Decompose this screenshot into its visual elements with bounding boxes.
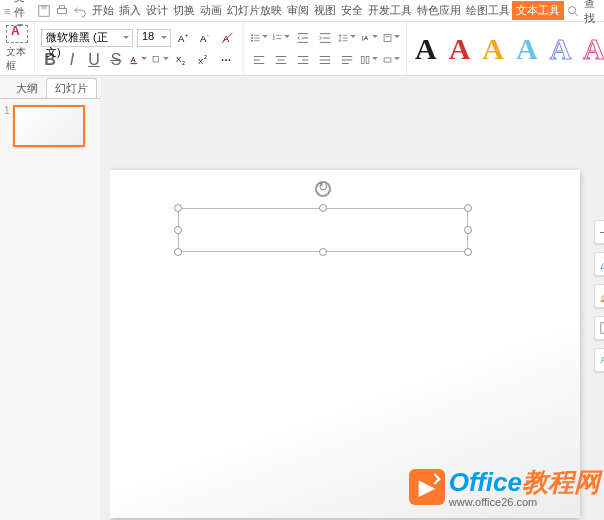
superscript-button[interactable]: X2 — [195, 51, 213, 69]
tab-drawingtools[interactable]: 绘图工具 — [463, 1, 512, 20]
save-icon[interactable] — [37, 3, 51, 19]
ribbon: 文本框 微软雅黑 (正文) 18 A+ A- A B I U S A X2 X2… — [0, 22, 604, 76]
svg-rect-13 — [130, 62, 137, 63]
tab-slides[interactable]: 幻灯片 — [46, 78, 97, 98]
distribute-button[interactable] — [338, 51, 356, 69]
search-icon[interactable] — [566, 3, 580, 19]
increase-font-icon[interactable]: A+ — [175, 29, 193, 47]
pen-tool-button[interactable] — [594, 252, 604, 276]
svg-text:-: - — [207, 32, 209, 38]
watermark-url: www.office26.com — [449, 496, 600, 508]
align-center-button[interactable] — [272, 51, 290, 69]
editor-canvas[interactable]: — A≡ — [110, 98, 604, 520]
resize-handle-br[interactable] — [464, 248, 472, 256]
print-icon[interactable] — [55, 3, 69, 19]
svg-rect-3 — [60, 5, 65, 8]
resize-handle-tl[interactable] — [174, 204, 182, 212]
wordart-style-1[interactable]: A — [415, 32, 437, 66]
watermark-brand-2: 教程网 — [522, 467, 600, 497]
columns-button[interactable] — [360, 51, 378, 69]
resize-handle-l[interactable] — [174, 226, 182, 234]
wordart-style-3[interactable]: A — [482, 32, 504, 66]
font-size-combo[interactable]: 18 — [137, 29, 171, 47]
tab-security[interactable]: 安全 — [338, 1, 365, 20]
watermark-brand-1: Office — [449, 467, 522, 497]
decrease-font-icon[interactable]: A- — [197, 29, 215, 47]
wordart-gallery: A A A A A A — [407, 22, 604, 75]
indent-dec-button[interactable] — [294, 29, 312, 47]
svg-point-22 — [251, 34, 252, 35]
tab-transition[interactable]: 切换 — [170, 1, 197, 20]
tab-animation[interactable]: 动画 — [197, 1, 224, 20]
insert-textbox-button[interactable]: 文本框 — [6, 25, 28, 73]
svg-text:X: X — [198, 57, 204, 66]
svg-rect-59 — [361, 56, 364, 63]
resize-handle-r[interactable] — [464, 226, 472, 234]
floating-toolbar: — A≡ — [594, 220, 604, 372]
slide-thumbnail[interactable] — [13, 105, 85, 147]
selected-textbox[interactable] — [178, 208, 468, 252]
slides-panel: 大纲 幻灯片 1 — [0, 78, 100, 520]
resize-handle-tr[interactable] — [464, 204, 472, 212]
rotation-handle[interactable] — [315, 181, 331, 197]
tab-outline[interactable]: 大纲 — [8, 79, 46, 98]
collapse-button[interactable]: — — [594, 220, 604, 244]
wordart-style-4[interactable]: A — [516, 32, 538, 66]
svg-text:X: X — [176, 54, 182, 63]
align-left-button[interactable] — [250, 51, 268, 69]
text-style-button[interactable]: A≡ — [594, 348, 604, 372]
svg-text:A: A — [200, 32, 207, 43]
indent-inc-button[interactable] — [316, 29, 334, 47]
resize-handle-bl[interactable] — [174, 248, 182, 256]
subscript-button[interactable]: X2 — [173, 51, 191, 69]
align-right-button[interactable] — [294, 51, 312, 69]
frame-tool-button[interactable] — [594, 316, 604, 340]
resize-handle-b[interactable] — [319, 248, 327, 256]
svg-text:A: A — [178, 32, 185, 43]
italic-button[interactable]: I — [63, 51, 81, 69]
svg-point-4 — [569, 6, 576, 13]
numbering-button[interactable]: 12 — [272, 29, 290, 47]
tab-review[interactable]: 审阅 — [284, 1, 311, 20]
wordart-style-6[interactable]: A — [583, 32, 604, 66]
more-para-icon[interactable] — [382, 51, 400, 69]
highlight-button[interactable] — [151, 51, 169, 69]
svg-point-26 — [251, 40, 252, 41]
slide-number: 1 — [4, 105, 10, 116]
line-spacing-button[interactable] — [338, 29, 356, 47]
tab-slideshow[interactable]: 幻灯片放映 — [224, 1, 284, 20]
more-font-icon[interactable] — [217, 51, 235, 69]
svg-point-20 — [225, 59, 227, 61]
tab-insert[interactable]: 插入 — [116, 1, 143, 20]
tab-design[interactable]: 设计 — [143, 1, 170, 20]
svg-text:2: 2 — [204, 54, 207, 60]
svg-point-21 — [229, 59, 231, 61]
underline-button[interactable]: U — [85, 51, 103, 69]
clear-format-icon[interactable]: A — [219, 29, 237, 47]
svg-rect-2 — [58, 8, 67, 13]
bullets-button[interactable] — [250, 29, 268, 47]
tab-view[interactable]: 视图 — [311, 1, 338, 20]
resize-handle-t[interactable] — [319, 204, 327, 212]
font-color-button[interactable]: A — [129, 51, 147, 69]
align-text-button[interactable] — [382, 29, 400, 47]
svg-line-5 — [575, 12, 579, 16]
tab-home[interactable]: 开始 — [89, 1, 116, 20]
tab-developer[interactable]: 开发工具 — [365, 1, 414, 20]
align-justify-button[interactable] — [316, 51, 334, 69]
textbox-caption: 文本框 — [6, 45, 28, 73]
strike-button[interactable]: S — [107, 51, 125, 69]
font-name-combo[interactable]: 微软雅黑 (正文) — [41, 29, 133, 47]
textbox-group: 文本框 — [0, 22, 35, 75]
tab-special[interactable]: 特色应用 — [414, 1, 463, 20]
tab-texttools[interactable]: 文本工具 — [512, 1, 564, 20]
slide-thumb-1[interactable]: 1 — [4, 105, 96, 147]
paragraph-group: 12 |A — [244, 22, 407, 75]
text-direction-button[interactable]: |A — [360, 29, 378, 47]
fill-tool-button[interactable] — [594, 284, 604, 308]
wordart-style-5[interactable]: A — [550, 32, 572, 66]
wordart-style-2[interactable]: A — [449, 32, 471, 66]
undo-icon[interactable] — [73, 3, 87, 19]
watermark-badge-icon: ▶ — [409, 469, 445, 505]
menu-icon[interactable]: ≡ — [4, 3, 10, 19]
